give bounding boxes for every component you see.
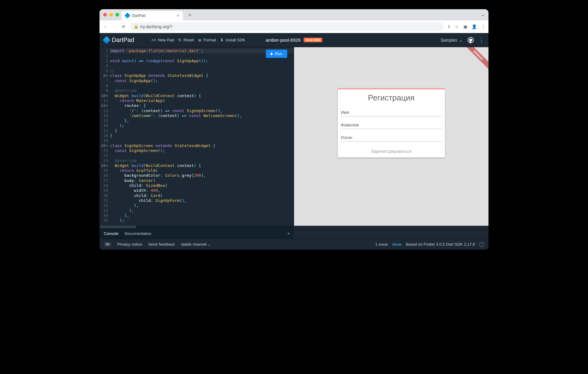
back-button[interactable]: ← <box>103 24 108 29</box>
forward-button[interactable]: → <box>112 24 117 29</box>
line-gutter: 123456▾78910▾1112▾1314151617181920▾21222… <box>100 48 110 226</box>
install-sdk-button[interactable]: ⬇ Install SDK <box>220 38 245 42</box>
panel-tab-row: Console Documentation × <box>100 228 488 239</box>
download-icon: ⬇ <box>220 38 224 42</box>
feedback-link[interactable]: Send feedback <box>148 242 175 247</box>
code-icon: <> <box>151 38 156 42</box>
editor-pane: Run 123456▾78910▾1112▾1314151617181920▾2… <box>100 47 294 226</box>
more-menu-icon[interactable]: ⋮ <box>479 37 484 43</box>
chevron-down-icon: ⌄ <box>208 242 211 247</box>
name-field[interactable]: Имя <box>341 108 442 116</box>
window-controls <box>103 13 119 17</box>
lock-icon: 🔒 <box>134 25 138 29</box>
tabs-menu-icon[interactable]: ⌄ <box>481 12 485 17</box>
new-tab-button[interactable]: ＋ <box>185 11 194 18</box>
editor-scrollbar[interactable] <box>100 226 294 228</box>
local-edits-badge: local edits <box>304 38 322 42</box>
close-panel-icon[interactable]: × <box>287 231 290 236</box>
console-tab[interactable]: Console <box>104 231 119 236</box>
url-text: try.dartlang.org/? <box>140 24 172 29</box>
show-issues-link[interactable]: show <box>392 242 401 247</box>
close-tab-icon[interactable]: × <box>177 13 179 18</box>
editor-bottom-area <box>100 226 488 228</box>
reset-icon: ↻ <box>178 38 182 42</box>
info-icon[interactable]: i <box>479 242 484 247</box>
maximize-icon[interactable] <box>115 13 119 17</box>
titlebar: DartPad × ＋ ⌄ <box>100 9 488 20</box>
sdk-info: Based on Flutter 3.0.5 Dart SDK 2.17.6 <box>406 242 475 247</box>
issues-count: 1 issue <box>375 242 388 247</box>
documentation-tab[interactable]: Documentation <box>125 231 151 236</box>
app-name: DartPad <box>112 36 134 43</box>
code-editor[interactable]: 123456▾78910▾1112▾1314151617181920▾21222… <box>100 47 293 226</box>
close-icon[interactable] <box>103 13 107 17</box>
menu-icon[interactable]: ⋮ <box>481 24 485 29</box>
minimize-icon[interactable] <box>109 13 113 17</box>
bookmark-icon[interactable]: ☆ <box>455 24 459 29</box>
format-icon: ≣ <box>198 38 202 42</box>
url-field[interactable]: 🔒 try.dartlang.org/? <box>130 22 443 31</box>
browser-tab[interactable]: DartPad × <box>122 11 183 20</box>
tab-title: DartPad <box>132 13 145 18</box>
dart-logo-icon <box>103 36 110 44</box>
reset-button[interactable]: ↻ Reset <box>178 38 194 42</box>
new-pad-button[interactable]: <> New Pad <box>151 38 174 42</box>
card-title: Регистрация <box>338 92 445 106</box>
main-split: Run 123456▾78910▾1112▾1314151617181920▾2… <box>100 47 488 226</box>
keyboard-icon[interactable]: ⌨ <box>104 242 111 247</box>
app-toolbar: DartPad <> New Pad ↻ Reset ≣ Format ⬇ In… <box>100 33 488 47</box>
run-button[interactable]: Run <box>266 50 287 58</box>
browser-actions: ⇧ ☆ ▣ 👤 ⋮ <box>447 24 485 29</box>
code-content[interactable]: import 'package:flutter/material.dart'; … <box>110 48 293 226</box>
address-bar: ← → ⟳ 🔒 try.dartlang.org/? ⇧ ☆ ▣ 👤 ⋮ <box>100 20 488 33</box>
reload-button[interactable]: ⟳ <box>121 24 126 29</box>
play-icon <box>271 52 273 55</box>
status-right: 1 issue show Based on Flutter 3.0.5 Dart… <box>375 242 484 247</box>
progress-indicator <box>338 88 445 89</box>
favicon-icon <box>124 13 130 19</box>
toolbar-actions: <> New Pad ↻ Reset ≣ Format ⬇ Install SD… <box>151 38 245 42</box>
extensions-icon[interactable]: ▣ <box>463 24 467 29</box>
surname-field[interactable]: Фамилия <box>341 121 442 129</box>
samples-button[interactable]: Samples ⌄ <box>441 38 463 43</box>
project-name: amber-pool-6926 local edits <box>266 37 322 43</box>
login-field[interactable]: Логин <box>341 133 442 142</box>
toolbar-right: Samples ⌄ ⋮ <box>441 37 484 43</box>
browser-window: DartPad × ＋ ⌄ ← → ⟳ 🔒 try.dartlang.org/?… <box>100 9 488 250</box>
github-icon[interactable] <box>468 37 474 43</box>
share-icon[interactable]: ⇧ <box>447 24 451 29</box>
profile-icon[interactable]: 👤 <box>472 24 477 29</box>
bottom-panel-tabs: Console Documentation × <box>100 228 294 239</box>
channel-selector[interactable]: stable channel ⌄ <box>181 242 211 247</box>
status-bar: ⌨ Privacy notice Send feedback stable ch… <box>100 239 488 250</box>
privacy-link[interactable]: Privacy notice <box>117 242 142 247</box>
preview-pane: DEBUG Регистрация Имя Фамилия Логин Заре… <box>294 47 488 226</box>
dartpad-app: DartPad <> New Pad ↻ Reset ≣ Format ⬇ In… <box>100 33 488 250</box>
scrollbar-thumb[interactable] <box>100 226 136 228</box>
app-logo[interactable]: DartPad <box>104 36 134 43</box>
debug-ribbon: DEBUG <box>461 47 488 75</box>
chevron-down-icon: ⌄ <box>459 38 463 43</box>
submit-button[interactable]: Зарегистрироваться <box>338 146 445 157</box>
registration-card: Регистрация Имя Фамилия Логин Зарегистри… <box>338 88 445 157</box>
format-button[interactable]: ≣ Format <box>198 38 216 42</box>
